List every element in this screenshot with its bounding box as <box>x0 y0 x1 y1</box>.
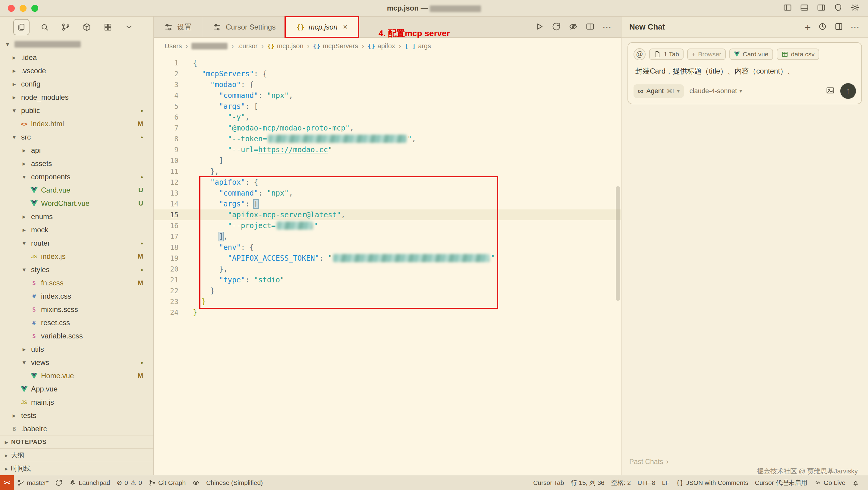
code-line-21[interactable]: 21 "type": "stdio" <box>154 275 621 285</box>
notifications-bell-icon[interactable] <box>849 475 863 490</box>
run-icon[interactable] <box>535 22 544 32</box>
code-line-10[interactable]: 10 ] <box>154 155 621 166</box>
line-number[interactable]: 20 <box>154 264 184 275</box>
code-line-24[interactable]: 24} <box>154 307 621 318</box>
breadcrumb-item[interactable]: .cursor <box>237 42 257 50</box>
context-pill-browser[interactable]: +Browser <box>687 49 726 60</box>
tree-file-Card.vue[interactable]: Card.vueU <box>0 184 153 197</box>
past-chats-link[interactable]: Past Chats› <box>629 458 669 466</box>
tree-file-index.js[interactable]: JSindex.jsM <box>0 250 153 263</box>
line-number[interactable]: 14 <box>154 198 184 209</box>
tree-folder-views[interactable]: ▾views● <box>0 356 153 369</box>
line-number[interactable]: 22 <box>154 285 184 296</box>
line-number[interactable]: 2 <box>154 68 184 79</box>
go-live-button[interactable]: Go Live <box>811 475 849 490</box>
tree-file-.babelrc[interactable]: B.babelrc <box>0 422 153 435</box>
code-line-15[interactable]: 15 "apifox-mcp-server@latest", <box>154 209 621 220</box>
new-chat-icon[interactable]: + <box>805 22 811 32</box>
chat-input-card[interactable]: @1 Tab+BrowserCard.vuedata.csv 封装Card，提供… <box>627 42 862 104</box>
line-number[interactable]: 13 <box>154 188 184 198</box>
tree-folder-.idea[interactable]: ▸.idea <box>0 51 153 64</box>
code-line-19[interactable]: 19 "APIFOX_ACCESS_TOKEN": "" <box>154 253 621 264</box>
code-line-1[interactable]: 1{ <box>154 58 621 68</box>
breadcrumb-item[interactable]: {}apifox <box>368 42 395 50</box>
line-number[interactable]: 9 <box>154 144 184 155</box>
breadcrumb-item[interactable] <box>191 43 227 50</box>
tree-folder-enums[interactable]: ▸enums <box>0 210 153 223</box>
tree-folder-utils[interactable]: ▸utils <box>0 343 153 356</box>
toggle-right-sidebar-icon[interactable] <box>817 3 826 13</box>
context-pill-card-vue[interactable]: Card.vue <box>730 49 773 60</box>
extensions-icon[interactable] <box>81 21 93 33</box>
watch-eye-icon[interactable] <box>189 475 203 490</box>
tree-folder-node_modules[interactable]: ▸node_modules <box>0 91 153 104</box>
more-actions-icon[interactable]: ⋯ <box>602 22 612 32</box>
git-branch-status[interactable]: master* <box>14 475 52 490</box>
sync-button[interactable] <box>52 475 66 490</box>
line-number[interactable]: 7 <box>154 123 184 133</box>
problems-status[interactable]: ⊘0 ⚠0 <box>113 475 145 490</box>
files-icon[interactable] <box>13 19 30 35</box>
agent-mode-selector[interactable]: ∞ Agent ⌘I ▾ <box>633 84 684 98</box>
filetype-status[interactable]: {} JSON with Comments <box>673 475 752 490</box>
tree-folder-public[interactable]: ▾public● <box>0 104 153 117</box>
shield-icon[interactable] <box>834 3 843 13</box>
breadcrumb-item[interactable]: Users <box>164 42 182 50</box>
tree-folder-assets[interactable]: ▸assets <box>0 157 153 170</box>
timeline-history-icon[interactable] <box>552 22 561 32</box>
cursor-tab-status[interactable]: Cursor Tab <box>530 475 567 490</box>
encoding-status[interactable]: UTF-8 <box>634 475 659 490</box>
line-number[interactable]: 17 <box>154 231 184 242</box>
breadcrumb-item[interactable]: {}mcp.json <box>267 42 304 50</box>
split-editor-icon[interactable] <box>586 22 595 32</box>
code-line-23[interactable]: 23 } <box>154 296 621 307</box>
mention-context-button[interactable]: @ <box>633 48 646 60</box>
breadcrumb-item[interactable]: [ ]args <box>405 42 431 50</box>
project-root[interactable]: ▾ <box>0 38 153 51</box>
code-line-14[interactable]: 14 "args": [ <box>154 198 621 209</box>
code-line-2[interactable]: 2 "mcpServers": { <box>154 68 621 79</box>
chevron-down-icon[interactable] <box>123 21 135 33</box>
cursor-agent-status[interactable]: Cursor 代理未启用 <box>752 475 811 490</box>
line-number[interactable]: 10 <box>154 155 184 166</box>
search-icon[interactable] <box>38 21 51 33</box>
section-notepads[interactable]: ▸NOTEPADS <box>0 435 153 449</box>
eol-status[interactable]: LF <box>658 475 673 490</box>
tree-folder-styles[interactable]: ▾styles● <box>0 263 153 276</box>
code-line-11[interactable]: 11 }, <box>154 166 621 177</box>
toggle-panel-icon[interactable] <box>800 3 809 13</box>
section-outline[interactable]: ▸大纲 <box>0 449 153 462</box>
code-line-5[interactable]: 5 "args": [ <box>154 101 621 112</box>
grid-icon[interactable] <box>102 21 114 33</box>
tree-folder-config[interactable]: ▸config <box>0 78 153 91</box>
line-number[interactable]: 23 <box>154 296 184 307</box>
line-number[interactable]: 8 <box>154 133 184 144</box>
tree-folder-mock[interactable]: ▸mock <box>0 223 153 237</box>
code-editor[interactable]: 1{2 "mcpServers": {3 "modao": {4 "comman… <box>154 55 621 475</box>
line-number[interactable]: 15 <box>154 209 184 220</box>
line-number[interactable]: 3 <box>154 79 184 90</box>
tree-folder-api[interactable]: ▸api <box>0 144 153 157</box>
tree-file-App.vue[interactable]: App.vue <box>0 382 153 396</box>
gear-icon[interactable] <box>850 3 860 13</box>
code-line-20[interactable]: 20 }, <box>154 264 621 275</box>
breadcrumb-item[interactable]: {}mcpServers <box>313 42 358 50</box>
attach-image-icon[interactable] <box>826 86 835 96</box>
line-number[interactable]: 21 <box>154 275 184 285</box>
line-number[interactable]: 5 <box>154 101 184 112</box>
tree-file-variable.scss[interactable]: Svariable.scss <box>0 329 153 343</box>
code-line-22[interactable]: 22 } <box>154 285 621 296</box>
line-number[interactable]: 16 <box>154 220 184 231</box>
tab-settings[interactable]: 设置 <box>154 17 202 37</box>
tree-file-reset.css[interactable]: #reset.css <box>0 316 153 329</box>
line-number[interactable]: 4 <box>154 90 184 101</box>
tree-folder-components[interactable]: ▾components● <box>0 170 153 184</box>
section-timeline[interactable]: ▸时间线 <box>0 462 153 475</box>
toggle-left-sidebar-icon[interactable] <box>783 3 792 13</box>
tab-cursor-settings[interactable]: Cursor Settings <box>202 17 286 37</box>
context-pill-1-tab[interactable]: 1 Tab <box>649 49 684 60</box>
tree-file-Home.vue[interactable]: Home.vueM <box>0 369 153 382</box>
tree-file-main.js[interactable]: JSmain.js <box>0 396 153 409</box>
code-line-6[interactable]: 6 "-y", <box>154 112 621 123</box>
code-line-4[interactable]: 4 "command": "npx", <box>154 90 621 101</box>
